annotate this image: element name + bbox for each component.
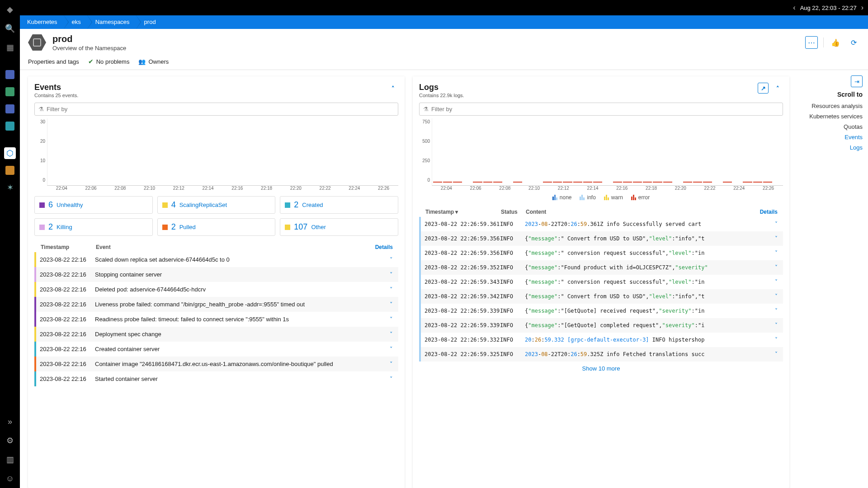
event-row-text: Scaled down replica set adservice-674466… — [95, 256, 377, 263]
event-row-expand-icon[interactable]: ˅ — [377, 331, 396, 338]
event-row[interactable]: 2023-08-22 22:16Started container server… — [34, 371, 398, 386]
thumbs-up-icon[interactable]: 👍 — [829, 36, 842, 49]
events-collapse-icon[interactable]: ˄ — [387, 83, 398, 94]
event-row[interactable]: 2023-08-22 22:16Deployment spec change˅ — [34, 327, 398, 342]
event-row-text: Stopping container server — [95, 271, 377, 278]
event-row-expand-icon[interactable]: ˅ — [377, 301, 396, 308]
log-row[interactable]: 2023-08-22 22:26:59.343INFO{"message":" … — [419, 275, 783, 289]
event-row-expand-icon[interactable]: ˅ — [377, 256, 396, 263]
log-row[interactable]: 2023-08-22 22:26:59.356INFO{"message":" … — [419, 231, 783, 246]
owners-link[interactable]: 👥Owners — [138, 58, 169, 65]
log-row-expand-icon[interactable]: ˅ — [762, 337, 780, 343]
rail-chart-icon[interactable]: ▥ — [4, 454, 16, 465]
legend-bars-icon — [604, 195, 609, 200]
rail-cube-4[interactable] — [4, 120, 16, 132]
apps-icon[interactable]: ▦ — [4, 42, 16, 53]
rail-cube-2[interactable] — [4, 86, 16, 98]
scroll-to-link[interactable]: Kubernetes services — [796, 111, 863, 122]
logs-filter-input[interactable] — [431, 106, 779, 113]
logs-legend-item[interactable]: info — [580, 194, 595, 201]
event-row-ts: 2023-08-22 22:16 — [36, 271, 95, 278]
log-row[interactable]: 2023-08-22 22:26:59.339INFO{"message":"[… — [419, 318, 783, 333]
event-row[interactable]: 2023-08-22 22:16Scaled down replica set … — [34, 252, 398, 267]
problems-status[interactable]: ✔No problems — [88, 58, 130, 65]
rail-user-icon[interactable]: ☺ — [4, 473, 16, 484]
event-legend-card[interactable]: 2Killing — [34, 218, 153, 236]
logs-legend-item[interactable]: error — [631, 194, 650, 201]
events-filter[interactable]: ⚗ — [34, 103, 398, 116]
log-row[interactable]: 2023-08-22 22:26:59.356INFO{"message":" … — [419, 246, 783, 260]
namespace-hex-icon — [28, 33, 46, 52]
time-range[interactable]: Aug 22, 22:03 - 22:27 — [800, 5, 857, 11]
event-legend-card[interactable]: 107Other — [280, 218, 398, 236]
rail-namespace-icon[interactable]: ⬡ — [4, 147, 16, 159]
logs-col-status: Status — [501, 209, 526, 215]
log-row-expand-icon[interactable]: ˅ — [762, 235, 780, 242]
scroll-to-link[interactable]: Resources analysis — [796, 101, 863, 111]
scroll-to-title: Scroll to — [796, 91, 863, 98]
event-row-expand-icon[interactable]: ˅ — [377, 316, 396, 323]
log-row-ts: 2023-08-22 22:26:59.339 — [421, 308, 500, 314]
breadcrumb-item[interactable]: Kubernetes — [23, 15, 64, 29]
event-row[interactable]: 2023-08-22 22:16Created container server… — [34, 342, 398, 357]
log-row-expand-icon[interactable]: ˅ — [762, 322, 780, 328]
logs-legend-item[interactable]: warn — [604, 194, 623, 201]
logs-show-more[interactable]: Show 10 more — [419, 361, 783, 375]
search-icon[interactable]: 🔍 — [4, 23, 16, 34]
event-row-expand-icon[interactable]: ˅ — [377, 375, 396, 382]
rail-graph-icon[interactable]: ✶ — [4, 182, 16, 193]
event-row[interactable]: 2023-08-22 22:16Container image "2461861… — [34, 357, 398, 371]
breadcrumb-item[interactable]: Namespaces — [87, 15, 136, 29]
scroll-to-link[interactable]: Events — [796, 132, 863, 142]
event-legend-card[interactable]: 2Pulled — [157, 218, 276, 236]
event-row-expand-icon[interactable]: ˅ — [377, 271, 396, 278]
log-row-expand-icon[interactable]: ˅ — [762, 250, 780, 256]
event-legend-card[interactable]: 4ScalingReplicaSet — [157, 196, 276, 214]
log-row-expand-icon[interactable]: ˅ — [762, 279, 780, 285]
event-row[interactable]: 2023-08-22 22:16Deleted pod: adservice-6… — [34, 282, 398, 297]
log-row-expand-icon[interactable]: ˅ — [762, 293, 780, 300]
event-row-expand-icon[interactable]: ˅ — [377, 361, 396, 367]
more-button[interactable]: ⋯ — [805, 36, 818, 49]
scroll-to-link[interactable]: Logs — [796, 142, 863, 153]
rail-db-icon[interactable] — [4, 164, 16, 176]
rail-cube-1[interactable] — [4, 69, 16, 80]
rail-expand-icon[interactable]: » — [4, 416, 16, 427]
log-row[interactable]: 2023-08-22 22:26:59.332INFO20:26:59.332 … — [419, 333, 783, 347]
event-row[interactable]: 2023-08-22 22:16Readiness probe failed: … — [34, 312, 398, 327]
log-row[interactable]: 2023-08-22 22:26:59.361INFO2023-08-22T20… — [419, 217, 783, 231]
properties-and-tags-link[interactable]: Properties and tags — [28, 58, 79, 65]
logs-open-icon[interactable]: ↗ — [758, 83, 769, 94]
log-row-expand-icon[interactable]: ˅ — [762, 221, 780, 227]
logs-col-timestamp[interactable]: Timestamp ▾ — [422, 209, 501, 215]
log-row[interactable]: 2023-08-22 22:26:59.342INFO{"message":" … — [419, 289, 783, 304]
log-row[interactable]: 2023-08-22 22:26:59.352INFO{"message":"F… — [419, 260, 783, 275]
event-row-text: Container image "246186168471.dkr.ecr.us… — [95, 361, 377, 367]
event-row[interactable]: 2023-08-22 22:16Stopping container serve… — [34, 267, 398, 282]
refresh-icon[interactable]: ⟳ — [847, 36, 860, 49]
log-row-status: INFO — [500, 322, 525, 328]
logs-filter[interactable]: ⚗ — [419, 103, 783, 116]
log-row[interactable]: 2023-08-22 22:26:59.339INFO{"message":"[… — [419, 304, 783, 318]
rail-cube-3[interactable] — [4, 103, 16, 115]
logo-icon[interactable]: ◆ — [4, 4, 16, 15]
log-row-expand-icon[interactable]: ˅ — [762, 351, 780, 357]
events-filter-input[interactable] — [47, 106, 394, 113]
event-row-expand-icon[interactable]: ˅ — [377, 286, 396, 293]
scroll-to-link[interactable]: Quotas — [796, 122, 863, 132]
logs-collapse-icon[interactable]: ˄ — [772, 83, 783, 94]
timerange-next-icon[interactable]: › — [861, 4, 863, 12]
event-legend-card[interactable]: 2Created — [280, 196, 398, 214]
event-legend-card[interactable]: 6Unhealthy — [34, 196, 153, 214]
event-row-expand-icon[interactable]: ˅ — [377, 346, 396, 352]
log-row-expand-icon[interactable]: ˅ — [762, 264, 780, 271]
log-row[interactable]: 2023-08-22 22:26:59.325INFO2023-08-22T20… — [419, 347, 783, 361]
breadcrumb: KuberneteseksNamespacesprod — [20, 15, 868, 29]
logs-legend-item[interactable]: none — [552, 194, 572, 201]
event-row[interactable]: 2023-08-22 22:16Liveness probe failed: c… — [34, 297, 398, 312]
log-row-expand-icon[interactable]: ˅ — [762, 308, 780, 314]
pin-icon[interactable]: ⇥ — [851, 75, 863, 87]
event-row-ts: 2023-08-22 22:16 — [36, 301, 95, 308]
timerange-prev-icon[interactable]: ‹ — [793, 4, 795, 12]
rail-gear-icon[interactable]: ⚙ — [4, 435, 16, 446]
